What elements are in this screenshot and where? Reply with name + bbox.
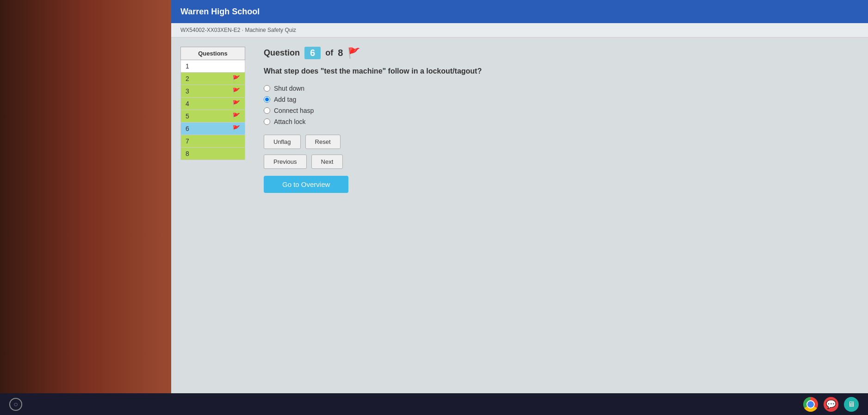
nav-num-2: 2 (186, 75, 189, 82)
chrome-icon[interactable] (803, 397, 818, 412)
go-to-overview-button[interactable]: Go to Overview (264, 176, 348, 193)
nav-num-8: 8 (186, 150, 189, 157)
header-bar: Warren High School (171, 0, 868, 23)
nav-row-2[interactable]: 2 🚩 (180, 73, 245, 85)
nav-buttons: Previous Next (264, 155, 854, 169)
action-buttons: Unflag Reset (264, 135, 854, 149)
answer-option-3[interactable]: Connect hasp (264, 107, 854, 114)
unflag-button[interactable]: Unflag (264, 135, 301, 149)
screen-share-icon[interactable]: 🖥 (844, 397, 859, 412)
question-navigator: Questions 1 2 🚩 3 🚩 4 🚩 5 (180, 47, 245, 193)
breadcrumb: WX54002-XX03XEN-E2 · Machine Safety Quiz (171, 23, 868, 37)
nav-num-1: 1 (186, 62, 189, 70)
left-overlay (0, 0, 171, 415)
nav-row-8[interactable]: 8 (180, 148, 245, 160)
main-content: Warren High School WX54002-XX03XEN-E2 · … (171, 0, 868, 393)
nav-num-5: 5 (186, 112, 189, 120)
reset-button[interactable]: Reset (305, 135, 341, 149)
next-button[interactable]: Next (311, 155, 343, 169)
question-flag-indicator: 🚩 (347, 47, 360, 59)
answer-option-4[interactable]: Attach lock (264, 118, 854, 125)
previous-button[interactable]: Previous (264, 155, 307, 169)
questions-header: Questions (180, 47, 245, 60)
nav-row-6[interactable]: 6 🚩 (180, 123, 245, 135)
flag-icon-3: 🚩 (232, 87, 240, 95)
question-of: of (325, 48, 333, 58)
question-header: Question 6 of 8 🚩 (264, 47, 854, 59)
flag-icon-5: 🚩 (232, 112, 240, 120)
nav-row-4[interactable]: 4 🚩 (180, 98, 245, 110)
flag-icon-6: 🚩 (232, 125, 240, 132)
radio-attach-lock[interactable] (264, 118, 270, 125)
nav-num-6: 6 (186, 125, 189, 132)
wechat-icon[interactable]: 💬 (824, 397, 838, 412)
nav-row-7[interactable]: 7 (180, 135, 245, 148)
answer-text-4: Attach lock (274, 118, 305, 125)
answer-text-2: Add tag (274, 96, 296, 103)
question-label: Question (264, 48, 300, 58)
question-number-box: 6 (304, 47, 321, 59)
header-title: Warren High School (180, 7, 260, 17)
nav-num-3: 3 (186, 87, 189, 95)
circle-icon: ○ (13, 400, 18, 409)
question-area: Question 6 of 8 🚩 What step does "test t… (259, 47, 859, 193)
taskbar: ○ 💬 🖥 (0, 393, 868, 415)
nav-row-3[interactable]: 3 🚩 (180, 85, 245, 98)
nav-num-7: 7 (186, 137, 189, 145)
answer-option-2[interactable]: Add tag (264, 96, 854, 103)
nav-num-4: 4 (186, 100, 189, 107)
taskbar-right: 💬 🖥 (803, 397, 859, 412)
question-total: 8 (338, 48, 343, 58)
taskbar-circle-button[interactable]: ○ (9, 398, 22, 411)
answer-option-1[interactable]: Shut down (264, 85, 854, 92)
flag-icon-4: 🚩 (232, 100, 240, 107)
radio-add-tag[interactable] (264, 96, 270, 103)
breadcrumb-text: WX54002-XX03XEN-E2 · Machine Safety Quiz (180, 27, 296, 33)
radio-shut-down[interactable] (264, 85, 270, 92)
flag-icon-2: 🚩 (232, 75, 240, 82)
nav-row-1[interactable]: 1 (180, 60, 245, 73)
radio-connect-hasp[interactable] (264, 107, 270, 114)
nav-row-5[interactable]: 5 🚩 (180, 110, 245, 123)
answer-text-3: Connect hasp (274, 107, 314, 114)
taskbar-left: ○ (9, 398, 22, 411)
answer-text-1: Shut down (274, 85, 304, 92)
question-text: What step does "test the machine" follow… (264, 66, 854, 76)
quiz-container: Questions 1 2 🚩 3 🚩 4 🚩 5 (171, 37, 868, 202)
answer-options: Shut down Add tag Connect hasp Attach lo… (264, 85, 854, 125)
